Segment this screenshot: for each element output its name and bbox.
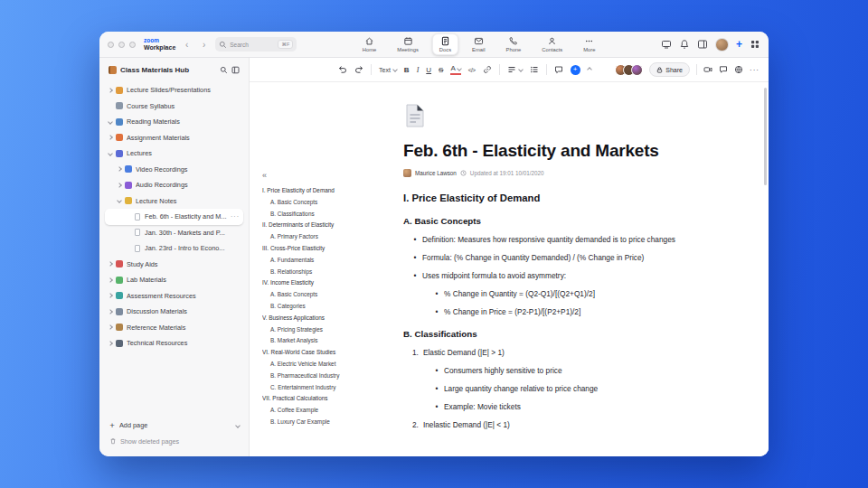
document-title[interactable]: Feb. 6th - Elasticity and Markets [403,141,705,161]
outline-item[interactable]: A. Basic Concepts [262,197,349,209]
outline-item[interactable]: VII. Practical Calculations [262,393,349,405]
sidebar-item[interactable]: Technical Resources [105,335,243,352]
chevron-right-icon[interactable] [108,309,113,314]
doc-bullet-item[interactable]: •Example: Movie tickets [403,402,705,411]
doc-bullet-item[interactable]: •Formula: (% Change in Quantity Demanded… [403,253,705,262]
tab-meetings[interactable]: Meetings [390,33,426,55]
code-button[interactable]: </> [468,67,476,73]
sidebar-item[interactable]: Assessment Resources [105,288,243,305]
outline-item[interactable]: C. Entertainment Industry [262,382,349,394]
doc-bullet-item[interactable]: •Consumers highly sensitive to price [403,366,705,375]
sidebar-item[interactable]: Jan. 23rd - Intro to Econo... [105,240,243,257]
outline-item[interactable]: A. Electric Vehicle Market [262,359,349,371]
outline-item[interactable]: B. Luxury Car Example [262,417,349,428]
sidebar-item[interactable]: Reference Materials [105,320,243,336]
side-panel-icon[interactable] [697,39,708,50]
chevron-right-icon[interactable] [108,261,113,267]
sidebar-item[interactable]: Jan. 30th - Markets and P... [105,225,243,241]
outline-item[interactable]: B. Market Analysis [262,335,349,347]
outline-item[interactable]: VI. Real-World Case Studies [262,347,349,359]
chevron-right-icon[interactable] [117,183,122,188]
collaborator-avatar[interactable] [631,64,643,76]
chevron-down-icon[interactable] [108,151,113,156]
comment-icon[interactable] [554,65,563,74]
collapse-sidebar-icon[interactable] [231,66,240,74]
outline-item[interactable]: B. Classifications [262,209,349,221]
collapse-toolbar-icon[interactable] [587,67,592,72]
outline-item[interactable]: B. Relationships [262,267,349,278]
close-window-icon[interactable] [108,42,114,48]
sidebar-item[interactable]: Lecture Notes [105,193,243,210]
redo-icon[interactable] [354,65,363,74]
maximize-window-icon[interactable] [129,42,136,48]
sidebar-item[interactable]: Lecture Slides/Presentations [105,82,243,99]
doc-bullet-item[interactable]: •% Change in Quantity = (Q2-Q1)/[(Q2+Q1)… [403,289,705,298]
outline-item[interactable]: A. Fundamentals [262,255,349,267]
chevron-right-icon[interactable] [108,324,113,330]
underline-button[interactable]: U [426,66,431,74]
tab-email[interactable]: Email [465,33,493,55]
insert-block-button[interactable]: + [571,65,580,75]
chevron-right-icon[interactable] [108,88,113,93]
tab-home[interactable]: Home [355,33,383,55]
apps-grid-icon[interactable] [750,39,760,50]
share-button[interactable]: Share [649,62,690,77]
more-options-icon[interactable]: ··· [750,66,760,74]
sidebar-item[interactable]: Course Syllabus [105,99,243,115]
link-icon[interactable] [483,65,492,74]
minimize-window-icon[interactable] [118,42,125,48]
outline-item[interactable]: III. Cross-Price Elasticity [262,243,349,255]
outline-collapse-icon[interactable]: « [262,171,267,180]
outline-item[interactable]: A. Pricing Strategies [262,324,349,336]
chevron-down-icon[interactable] [235,423,241,428]
outline-item[interactable]: B. Pharmaceutical Industry [262,371,349,382]
outline-item[interactable]: A. Primary Factors [262,231,349,243]
chevron-down-icon[interactable] [117,198,122,203]
sidebar-item[interactable]: Audio Recordings [105,177,243,193]
screen-share-icon[interactable] [661,39,672,50]
bullet-list-icon[interactable] [530,65,539,74]
globe-icon[interactable] [734,65,743,74]
sidebar-item[interactable]: Feb. 6th - Elasticity and M...··· [105,209,243,225]
add-page-button[interactable]: + Add page [105,418,243,434]
collaborator-avatars[interactable] [615,64,643,76]
chevron-right-icon[interactable] [108,135,113,140]
outline-item[interactable]: B. Categories [262,301,349,313]
chevron-right-icon[interactable] [117,166,122,172]
outline-item[interactable]: I. Price Elasticity of Demand [262,185,349,197]
tab-phone[interactable]: Phone [499,33,529,55]
notifications-bell-icon[interactable] [679,39,690,50]
video-camera-icon[interactable] [703,65,712,74]
user-avatar[interactable] [715,38,729,52]
chevron-right-icon[interactable] [108,277,113,283]
sidebar-item[interactable]: Lectures [105,145,243,162]
doc-heading[interactable]: B. Classifications [403,329,705,339]
scrollbar-thumb[interactable] [764,88,767,185]
item-more-icon[interactable]: ··· [231,213,240,220]
tab-more[interactable]: More [576,33,602,55]
chevron-right-icon[interactable] [108,293,113,298]
doc-heading[interactable]: A. Basic Concepts [403,216,705,226]
outline-item[interactable]: IV. Income Elasticity [262,277,349,289]
outline-item[interactable]: V. Business Applications [262,313,349,324]
sidebar-item[interactable]: Reading Materials [105,114,243,130]
doc-bullet-item[interactable]: •Definition: Measures how responsive qua… [403,235,705,244]
sidebar-item[interactable]: Discussion Materials [105,304,243,320]
doc-bullet-item[interactable]: •% Change in Price = (P2-P1)/[(P2+P1)/2] [403,307,705,316]
strikethrough-button[interactable]: S [439,66,443,74]
text-style-dropdown[interactable]: Text [379,67,397,73]
doc-heading[interactable]: I. Price Elasticity of Demand [403,192,705,203]
chevron-down-icon[interactable] [108,119,113,125]
sidebar-search-icon[interactable] [220,66,228,74]
add-new-button[interactable]: + [736,39,742,50]
chat-icon[interactable] [719,65,728,74]
doc-bullet-item[interactable]: •Uses midpoint formula to avoid asymmetr… [403,271,705,280]
back-button[interactable]: ‹ [181,39,193,51]
doc-bullet-item[interactable]: •Large quantity change relative to price… [403,384,705,393]
doc-number-item[interactable]: 1.Elastic Demand (|E| > 1) [403,348,705,357]
global-search-input[interactable]: Search ⌘F [215,37,297,52]
forward-button[interactable]: › [198,39,210,51]
outline-item[interactable]: II. Determinants of Elasticity [262,220,349,231]
window-controls[interactable] [108,42,136,48]
sidebar-item[interactable]: Assignment Materials [105,130,243,146]
